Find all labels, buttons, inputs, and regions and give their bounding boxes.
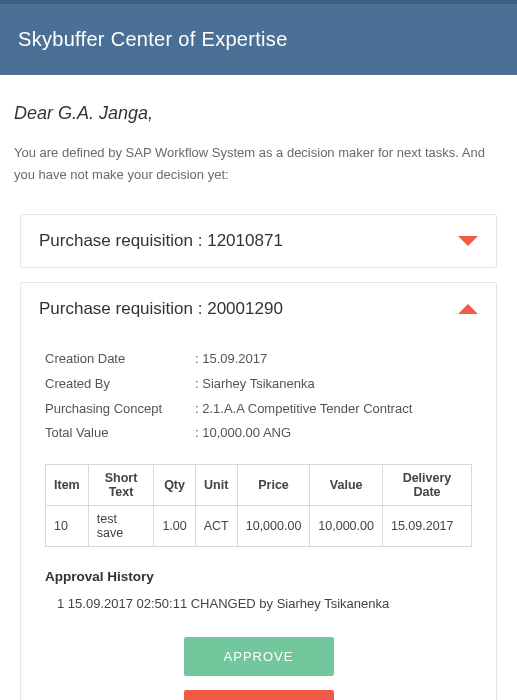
cell-price: 10,000.00 (237, 505, 310, 546)
chevron-up-icon (458, 304, 478, 314)
table-row: 10 test save 1.00 ACT 10,000.00 10,000.0… (46, 505, 472, 546)
cell-delivery-date: 15.09.2017 (382, 505, 471, 546)
col-price: Price (237, 464, 310, 505)
cell-value: 10,000.00 (310, 505, 383, 546)
meta-value: : 10,000.00 ANG (195, 421, 291, 446)
requisition-title: Purchase requisition : 12010871 (39, 231, 458, 251)
approve-button[interactable]: APPROVE (184, 637, 334, 676)
cell-short-text: test save (88, 505, 154, 546)
meta-row: Purchasing Concept : 2.1.A.A Competitive… (45, 397, 472, 422)
meta-label: Purchasing Concept (45, 397, 195, 422)
requisition-body: Creation Date : 15.09.2017 Created By : … (21, 335, 496, 700)
meta-row: Total Value : 10,000.00 ANG (45, 421, 472, 446)
requisition-panel: Purchase requisition : 12010871 (20, 214, 497, 268)
col-short-text: Short Text (88, 464, 154, 505)
main-content: Dear G.A. Janga, You are defined by SAP … (0, 75, 517, 700)
meta-value: : Siarhey Tsikanenka (195, 372, 315, 397)
reject-button[interactable]: REJECT (184, 690, 334, 700)
table-header-row: Item Short Text Qty Unit Price Value Del… (46, 464, 472, 505)
meta-row: Creation Date : 15.09.2017 (45, 347, 472, 372)
app-header: Skybuffer Center of Expertise (0, 0, 517, 75)
requisition-panel: Purchase requisition : 20001290 Creation… (20, 282, 497, 700)
cell-qty: 1.00 (154, 505, 195, 546)
meta-label: Creation Date (45, 347, 195, 372)
meta-value: : 2.1.A.A Competitive Tender Contract (195, 397, 412, 422)
chevron-down-icon (458, 236, 478, 246)
meta-row: Created By : Siarhey Tsikanenka (45, 372, 472, 397)
cell-item: 10 (46, 505, 89, 546)
items-table: Item Short Text Qty Unit Price Value Del… (45, 464, 472, 547)
meta-value: : 15.09.2017 (195, 347, 267, 372)
requisition-header[interactable]: Purchase requisition : 12010871 (21, 215, 496, 267)
meta-label: Total Value (45, 421, 195, 446)
col-value: Value (310, 464, 383, 505)
requisition-title: Purchase requisition : 20001290 (39, 299, 458, 319)
greeting: Dear G.A. Janga, (14, 103, 503, 124)
col-item: Item (46, 464, 89, 505)
action-buttons: APPROVE REJECT (45, 637, 472, 700)
col-delivery-date: Delivery Date (382, 464, 471, 505)
cell-unit: ACT (195, 505, 237, 546)
approval-history-entry: 1 15.09.2017 02:50:11 CHANGED by Siarhey… (57, 596, 472, 611)
requisition-header[interactable]: Purchase requisition : 20001290 (21, 283, 496, 335)
intro-text: You are defined by SAP Workflow System a… (14, 142, 503, 186)
app-title: Skybuffer Center of Expertise (18, 28, 288, 50)
approval-history-title: Approval History (45, 569, 472, 584)
col-qty: Qty (154, 464, 195, 505)
col-unit: Unit (195, 464, 237, 505)
meta-label: Created By (45, 372, 195, 397)
